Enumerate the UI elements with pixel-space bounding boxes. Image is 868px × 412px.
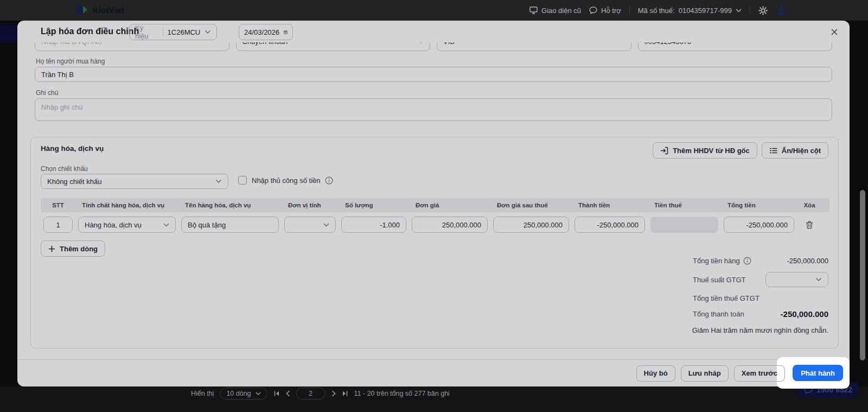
bank-account-input[interactable] <box>638 42 833 51</box>
pagination-range-text: 11 - 20 trên tổng số 277 bản ghi <box>354 390 450 397</box>
row-unit-price-input[interactable]: 250,000.000 <box>412 217 488 233</box>
plus-icon <box>48 245 55 252</box>
payment-method-select[interactable]: Chuyển khoản <box>236 42 431 51</box>
col-header-price-after-tax: Đơn giá sau thuế <box>490 202 572 208</box>
cancel-button[interactable]: Hủy bỏ <box>636 365 675 382</box>
manual-amount-checkbox[interactable] <box>238 176 247 185</box>
chat-bubble-icon <box>589 7 597 14</box>
chevron-down-icon <box>736 9 742 12</box>
chevron-down-icon <box>418 42 424 43</box>
add-from-origin-button[interactable]: Thêm HHDV từ HĐ gốc <box>653 142 757 159</box>
date-value: 24/03/2026 <box>244 28 279 36</box>
row-unit-select[interactable] <box>284 217 336 233</box>
chevron-down-icon <box>815 277 822 282</box>
row-price-after-tax-value: 250,000.000 <box>524 221 563 229</box>
divider <box>163 28 163 36</box>
columns-icon <box>769 147 777 154</box>
row-total-input[interactable]: -250,000.000 <box>724 217 794 233</box>
grand-total-label: Tổng thanh toán <box>693 310 744 318</box>
save-draft-button[interactable]: Lưu nháp <box>681 365 729 382</box>
totals-block: Tổng tiền hàng -250,000.000 Thuế suất GT… <box>693 257 828 334</box>
old-ui-button[interactable]: Giao diện cũ <box>529 7 581 15</box>
kiotviet-logo-icon <box>76 4 89 16</box>
tax-id-dropdown[interactable]: Mã số thuế: 0104359717-999 <box>638 7 742 15</box>
app-topbar: KiotViet Giao diện cũ Hỗ trợ Mã số thuế:… <box>0 0 868 21</box>
row-quantity-value: -1.000 <box>380 221 400 229</box>
modal-header: Lập hóa đơn điều chỉnh Ký hiệu 1C26MCU 2… <box>17 21 850 42</box>
row-stt-field[interactable]: 1 <box>43 217 73 233</box>
prev-page-button[interactable] <box>286 390 290 397</box>
col-header-unit: Đơn vị tính <box>282 202 339 208</box>
vat-rate-label: Thuế suất GTGT <box>693 276 746 284</box>
add-row-label: Thêm dòng <box>60 245 98 253</box>
row-name-value: Bộ quà tặng <box>188 221 226 229</box>
buyer-name-input[interactable] <box>35 67 832 82</box>
items-table: STT Tính chất hàng hóa, dịch vụ Tên hàng… <box>41 198 829 233</box>
tax-value: 0104359717-999 <box>679 7 732 15</box>
col-header-quantity: Số lượng <box>339 202 409 208</box>
info-circle-icon <box>325 176 333 185</box>
invoice-info-row: Chuyển khoản <box>35 42 832 51</box>
toggle-columns-label: Ẩn/Hiện cột <box>782 147 821 155</box>
gear-icon <box>758 6 768 15</box>
vat-rate-select[interactable] <box>765 272 828 287</box>
row-quantity-input[interactable]: -1.000 <box>341 217 406 233</box>
delete-row-button[interactable] <box>806 221 813 229</box>
monitor-icon <box>529 7 538 14</box>
publish-highlight-ring: Phát hành <box>777 357 850 389</box>
row-stt-value: 1 <box>56 221 60 229</box>
note-textarea[interactable] <box>35 98 832 121</box>
symbol-select[interactable]: Ký hiệu 1C26MCU <box>129 24 217 40</box>
buyer-name-label: Họ tên người mua hàng <box>36 58 105 65</box>
bank-name-input[interactable] <box>437 42 631 51</box>
payment-method-value: Chuyển khoản <box>242 42 288 46</box>
modal-footer: Hủy bỏ Lưu nháp Xem trước <box>17 359 850 386</box>
discount-label: Chọn chiết khấu <box>41 165 88 173</box>
discount-select[interactable]: Không chiết khấu <box>41 174 228 189</box>
dvqhns-input[interactable] <box>35 42 229 51</box>
first-page-icon <box>273 390 280 397</box>
chevron-down-icon <box>215 179 222 183</box>
page-size-select[interactable]: 10 dòng <box>220 388 267 400</box>
grand-total-value: -250,000.000 <box>781 309 828 319</box>
next-page-button[interactable] <box>331 390 336 397</box>
chevron-down-icon <box>323 223 329 227</box>
first-page-button[interactable] <box>273 390 280 397</box>
publish-button[interactable]: Phát hành <box>793 365 843 381</box>
page-scrollbar-thumb[interactable] <box>860 190 865 360</box>
col-header-name: Tên hàng hóa, dịch vụ <box>178 202 282 208</box>
help-button[interactable]: Hỗ trợ <box>589 7 621 15</box>
last-page-icon <box>342 390 348 397</box>
account-avatar[interactable] <box>776 5 787 16</box>
row-type-value: Hàng hóa, dịch vụ <box>85 221 142 229</box>
table-row: 1 Hàng hóa, dịch vụ Bộ quà tặ <box>41 216 829 233</box>
settings-button[interactable] <box>758 6 768 15</box>
show-label: Hiển thị <box>191 390 214 397</box>
close-button[interactable] <box>829 27 840 37</box>
page-size-value: 10 dòng <box>226 390 251 397</box>
row-unit-price-value: 250,000.000 <box>442 221 481 229</box>
toggle-columns-button[interactable]: Ẩn/Hiện cột <box>762 142 828 159</box>
manual-amount-label: Nhập thủ công số tiền <box>252 176 320 185</box>
row-price-after-tax-input[interactable]: 250,000.000 <box>493 217 569 233</box>
row-amount-input[interactable]: -250,000.000 <box>575 217 645 233</box>
add-row-button[interactable]: Thêm dòng <box>41 240 105 257</box>
col-header-total: Tổng tiền <box>721 202 797 208</box>
preview-button[interactable]: Xem trước <box>734 365 785 382</box>
adjustment-invoice-modal: Lập hóa đơn điều chỉnh Ký hiệu 1C26MCU 2… <box>17 21 850 386</box>
old-ui-label: Giao diện cũ <box>541 7 581 15</box>
tax-label: Mã số thuế: <box>638 7 675 15</box>
row-name-input[interactable]: Bộ quà tặng <box>181 217 279 233</box>
invoice-date-picker[interactable]: 24/03/2026 <box>239 24 293 40</box>
col-header-tax: Tiền thuế <box>648 202 721 208</box>
modal-body: Chuyển khoản Họ tên người mua hàng Ghi c… <box>17 42 850 359</box>
logo-text: KiotViet <box>93 5 124 15</box>
current-page-input[interactable] <box>296 388 326 400</box>
vat-total-label: Tổng tiền thuế GTGT <box>693 294 760 302</box>
last-page-button[interactable] <box>342 390 348 397</box>
chevron-down-icon <box>205 30 211 34</box>
note-label: Ghi chú <box>36 89 58 97</box>
row-type-select[interactable]: Hàng hóa, dịch vụ <box>78 217 176 233</box>
user-avatar-icon <box>776 5 787 16</box>
add-from-origin-label: Thêm HHDV từ HĐ gốc <box>673 147 750 155</box>
